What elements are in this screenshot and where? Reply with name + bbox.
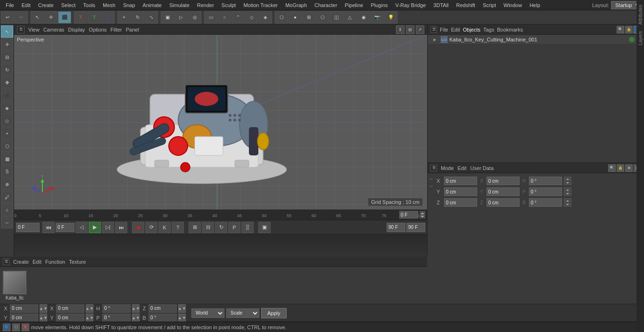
attr-p-spinner[interactable] xyxy=(564,187,571,196)
objects-icon2[interactable]: 🔒 xyxy=(625,26,633,33)
objects-tab-file[interactable]: File xyxy=(440,27,448,32)
object-tool[interactable]: ⬛ xyxy=(58,11,71,24)
objects-tab-bookmarks[interactable]: Bookmarks xyxy=(497,27,523,32)
apply-button[interactable]: Apply xyxy=(261,308,287,318)
coord-x2-btn[interactable]: ▲▼ xyxy=(86,304,93,313)
left-tool-scale[interactable]: ⊟ xyxy=(1,51,13,63)
coord-x-btn[interactable]: ▲▼ xyxy=(40,304,47,313)
left-tool-poly[interactable]: ◈ xyxy=(1,102,13,114)
end-frame-input2[interactable] xyxy=(406,223,425,232)
left-tool-move[interactable]: ✛ xyxy=(1,38,13,50)
coord-x-input[interactable] xyxy=(10,304,38,313)
attr-icon1[interactable]: 🔍 xyxy=(608,164,616,172)
sel-poly[interactable]: ◇ xyxy=(245,11,258,24)
move-tool[interactable]: ✛ xyxy=(44,11,58,24)
camera-view[interactable]: 📷 xyxy=(371,11,384,24)
side-tab-layers[interactable]: Layers xyxy=(636,28,644,48)
objects-tab-tags[interactable]: Tags xyxy=(483,27,494,32)
obj-type2[interactable]: ▷ xyxy=(174,11,188,24)
menu-character[interactable]: Character xyxy=(311,1,341,9)
objects-tab-objects[interactable]: Objects xyxy=(463,27,480,32)
attr-tab-edit[interactable]: Edit xyxy=(458,165,467,171)
attr-h-rot[interactable] xyxy=(529,177,562,185)
tc-btn5[interactable]: ⊞ xyxy=(189,222,201,233)
coord-y-btn[interactable]: ▲▼ xyxy=(40,314,47,322)
attr-b-spinner[interactable] xyxy=(564,198,571,207)
tc-btn6[interactable]: ⊟ xyxy=(202,222,214,233)
play-back-btn[interactable]: ◁ xyxy=(75,222,88,233)
mat-tab-edit[interactable]: Edit xyxy=(33,259,41,265)
menu-animate[interactable]: Animate xyxy=(139,1,165,9)
viewport-tab-cameras[interactable]: Cameras xyxy=(43,27,65,32)
menu-mesh[interactable]: Mesh xyxy=(99,1,119,9)
object-list-item[interactable]: ▶ LO Kaba_llco_Key_Cutting_Machine_001 xyxy=(428,35,644,45)
prev-key-input[interactable] xyxy=(56,223,74,232)
viewport-tab-display[interactable]: Display xyxy=(68,27,85,32)
play-fwd-btn[interactable]: ▶ xyxy=(89,222,101,233)
tc-btn9[interactable]: ⣿ xyxy=(241,222,254,233)
viewport-canvas[interactable]: Perspective xyxy=(14,35,427,210)
key-btn[interactable]: K xyxy=(158,222,171,233)
menu-plugins[interactable]: Plugins xyxy=(367,1,391,9)
undo-button[interactable]: ↩ xyxy=(1,11,14,24)
coord-b2-input[interactable] xyxy=(149,314,177,322)
frame-spinner[interactable] xyxy=(420,211,425,219)
record-btn[interactable]: ⏺ xyxy=(132,222,144,233)
rotate-tool[interactable]: ↻ xyxy=(131,11,144,24)
viewport-tab-options[interactable]: Options xyxy=(89,27,107,32)
light-view[interactable]: 💡 xyxy=(384,11,397,24)
attr-x-pos[interactable] xyxy=(444,177,477,185)
attr-tab-mode[interactable]: Mode xyxy=(441,165,454,171)
tc-btn10[interactable]: ▣ xyxy=(258,222,271,233)
attr-b-rot[interactable] xyxy=(529,198,562,207)
mat-menu-icon[interactable]: ☰ xyxy=(3,259,9,265)
mat-tab-create[interactable]: Create xyxy=(13,259,29,265)
transform-btn1[interactable]: + xyxy=(117,11,131,24)
left-tool-mirror[interactable]: ↔ xyxy=(1,216,13,228)
coord-y2-input[interactable] xyxy=(56,314,84,322)
viewport-tab-view[interactable]: View xyxy=(28,27,40,32)
menu-vray[interactable]: V-Ray Bridge xyxy=(392,1,430,9)
attr-tab-userdata[interactable]: User Data xyxy=(471,165,494,171)
sel-rect[interactable]: ▭ xyxy=(204,11,217,24)
ring-view[interactable]: △ xyxy=(343,11,356,24)
attr-z-pos[interactable] xyxy=(444,198,477,207)
timeline-frames[interactable] xyxy=(14,235,427,257)
attr-icon3[interactable]: ⊕ xyxy=(625,164,633,172)
obj-type3[interactable]: ◎ xyxy=(188,11,201,24)
coord-p-btn[interactable]: ▲▼ xyxy=(132,314,140,322)
menu-edit[interactable]: Edit xyxy=(18,1,34,9)
redo-button[interactable]: ↩ xyxy=(15,11,28,24)
start-frame-input[interactable] xyxy=(16,223,40,232)
mat-tab-texture[interactable]: Texture xyxy=(69,259,86,265)
menu-script[interactable]: Script xyxy=(479,1,500,9)
menu-3dtall[interactable]: 3DTAll xyxy=(429,1,452,9)
axis-y[interactable]: Y xyxy=(88,11,101,24)
sel-circle[interactable]: ○ xyxy=(218,11,231,24)
menu-sculpt[interactable]: Sculpt xyxy=(218,1,240,9)
coord-b2-btn[interactable]: ▲▼ xyxy=(178,314,186,322)
menu-simulate[interactable]: Simulate xyxy=(165,1,193,9)
world-dropdown[interactable]: World xyxy=(191,308,224,318)
sel-free[interactable]: ⌃ xyxy=(231,11,245,24)
coord-x2-input[interactable] xyxy=(56,304,84,313)
menu-pipeline[interactable]: Pipeline xyxy=(341,1,367,9)
sphere-view[interactable]: ● xyxy=(289,11,302,24)
mat-tab-function[interactable]: Function xyxy=(45,259,65,265)
scale-tool[interactable]: ⤡ xyxy=(145,11,158,24)
coord-h-input[interactable] xyxy=(102,304,131,313)
left-tool-paint[interactable]: 🖊 xyxy=(1,191,13,203)
objects-menu-icon[interactable]: ☰ xyxy=(430,26,437,33)
coord-h-btn[interactable]: ▲▼ xyxy=(132,304,140,313)
play-next-btn[interactable]: ▷| xyxy=(102,222,114,233)
viewport-tab-panel[interactable]: Panel xyxy=(126,27,139,32)
sel-paint[interactable]: ◈ xyxy=(259,11,272,24)
current-frame-input[interactable] xyxy=(399,211,418,219)
left-tool-point[interactable]: • xyxy=(1,127,13,139)
coord-y2-btn[interactable]: ▲▼ xyxy=(86,314,93,322)
obj-type1[interactable]: ▣ xyxy=(161,11,174,24)
left-tool-transform[interactable]: ✥ xyxy=(1,76,13,89)
cursor-tool[interactable]: ↖ xyxy=(31,11,44,24)
objects-icon1[interactable]: 🔍 xyxy=(617,26,624,33)
menu-motion-tracker[interactable]: Motion Tracker xyxy=(239,1,281,9)
